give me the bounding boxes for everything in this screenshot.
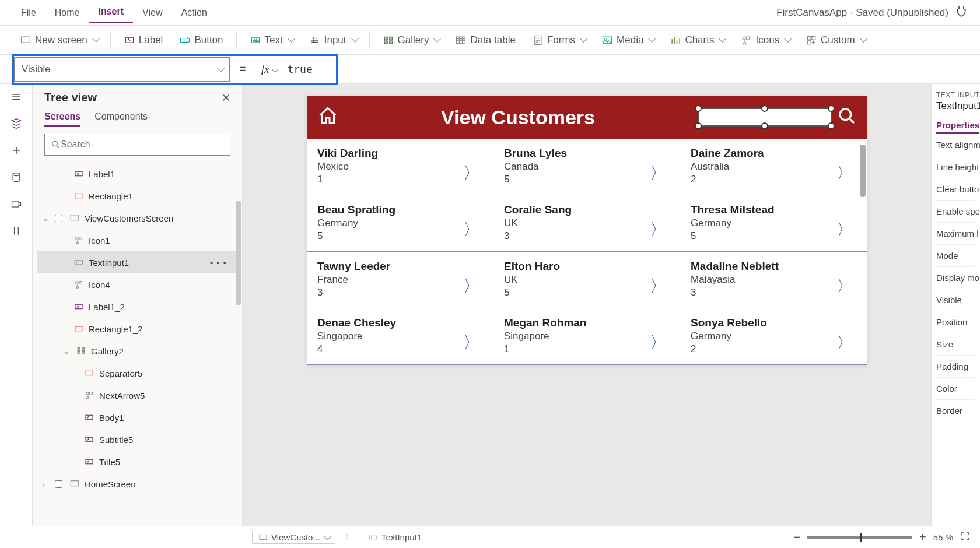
tree-node-subtitle5[interactable]: Subtitle5: [37, 428, 237, 451]
property-row[interactable]: Padding: [936, 355, 975, 377]
tree-node-body1[interactable]: Body1: [37, 406, 237, 428]
chevron-right-icon[interactable]: 〉: [836, 162, 853, 184]
gallery-item[interactable]: Bruna LylesCanada5〉: [494, 139, 680, 195]
hamburger-icon[interactable]: [9, 90, 23, 104]
tree-node-icon4[interactable]: Icon4: [37, 273, 237, 296]
tree-node-label1[interactable]: Label1: [37, 163, 237, 185]
property-row[interactable]: Position: [936, 311, 975, 333]
fx-button[interactable]: fx: [256, 63, 283, 76]
chevron-right-icon[interactable]: 〉: [650, 332, 666, 354]
property-row[interactable]: Size: [936, 333, 975, 355]
menu-view[interactable]: View: [133, 3, 172, 23]
gallery-item[interactable]: Tawny LeederFrance3〉: [307, 252, 494, 308]
property-row[interactable]: Enable spel: [936, 200, 975, 222]
chevron-right-icon[interactable]: 〉: [463, 332, 480, 354]
chevron-right-icon[interactable]: 〉: [463, 162, 480, 184]
tree-node-title5[interactable]: Title5: [37, 451, 237, 473]
property-row[interactable]: Display mo: [936, 266, 975, 289]
chevron-right-icon[interactable]: 〉: [650, 275, 666, 297]
property-row[interactable]: Maximum l: [936, 222, 975, 244]
input-dropdown[interactable]: Input: [303, 31, 362, 50]
gallery-item[interactable]: Elton HaroUK5〉: [494, 252, 680, 308]
custom-dropdown[interactable]: Custom: [800, 31, 871, 50]
property-row[interactable]: Text alignm: [936, 134, 975, 156]
gallery-item[interactable]: Beau SpratlingGermany5〉: [307, 195, 494, 252]
zoom-in-button[interactable]: +: [919, 531, 926, 544]
menu-insert[interactable]: Insert: [89, 2, 133, 23]
tree-node-nextarrow5[interactable]: NextArrow5: [37, 384, 237, 406]
property-selector[interactable]: Visible: [14, 57, 230, 82]
gallery-item[interactable]: Denae ChesleySingapore4〉: [307, 308, 494, 365]
media-rail-icon[interactable]: [9, 197, 23, 211]
menu-action[interactable]: Action: [172, 3, 216, 23]
new-screen-button[interactable]: New screen: [14, 31, 103, 50]
search-input[interactable]: [44, 134, 230, 156]
tree-view-icon[interactable]: [9, 117, 23, 131]
menu-file[interactable]: File: [12, 3, 46, 23]
customer-name: Sonya Rebello: [691, 317, 856, 329]
menu-home[interactable]: Home: [46, 3, 89, 23]
tree-node-viewcustomersscreen[interactable]: ⌄ViewCustomersScreen: [37, 207, 237, 229]
formula-input[interactable]: true: [282, 63, 312, 75]
customer-gallery[interactable]: Viki DarlingMexico1〉Bruna LylesCanada5〉D…: [307, 139, 867, 365]
button-button[interactable]: Button: [173, 31, 229, 50]
icons-dropdown[interactable]: Icons: [734, 31, 795, 50]
home-icon[interactable]: [317, 106, 338, 129]
property-row[interactable]: Visible: [936, 289, 975, 311]
property-row[interactable]: Mode: [936, 244, 975, 266]
chevron-right-icon[interactable]: 〉: [463, 219, 480, 241]
label-button[interactable]: Label: [118, 31, 169, 50]
tree-node-rectangle1_2[interactable]: Rectangle1_2: [37, 318, 237, 340]
chevron-right-icon[interactable]: 〉: [650, 219, 666, 241]
breadcrumb-screen[interactable]: ViewCusto...: [252, 531, 335, 544]
gallery-dropdown[interactable]: Gallery: [377, 31, 445, 50]
gallery-item[interactable]: Megan RohmanSingapore1〉: [494, 308, 680, 365]
property-row[interactable]: Line height: [936, 156, 975, 178]
close-icon[interactable]: ✕: [222, 92, 230, 104]
control-name[interactable]: TextInput1: [936, 100, 975, 112]
data-icon[interactable]: [9, 170, 23, 184]
canvas-app[interactable]: View Customers Viki DarlingMexico1〉Bruna…: [307, 96, 867, 365]
tab-screens[interactable]: Screens: [44, 111, 80, 127]
charts-dropdown[interactable]: Charts: [664, 31, 730, 50]
tools-icon[interactable]: [9, 224, 23, 238]
media-dropdown[interactable]: Media: [596, 31, 659, 50]
selected-textinput[interactable]: [698, 108, 832, 127]
tree-node-label1_2[interactable]: Label1_2: [37, 296, 237, 318]
tab-properties[interactable]: Properties: [936, 120, 979, 134]
gallery-item[interactable]: Daine ZamoraAustralia2〉: [680, 139, 867, 195]
chevron-right-icon[interactable]: 〉: [836, 332, 853, 354]
tab-components[interactable]: Components: [94, 111, 148, 127]
property-row[interactable]: Border: [936, 399, 975, 421]
tree-node-textinput1[interactable]: TextInput1• • •: [37, 251, 237, 273]
gallery-item[interactable]: Viki DarlingMexico1〉: [307, 139, 494, 195]
forms-dropdown[interactable]: Forms: [526, 31, 591, 50]
search-icon[interactable]: [838, 107, 856, 128]
tree-node-rectangle1[interactable]: Rectangle1: [37, 185, 237, 207]
insert-icon[interactable]: [9, 143, 23, 157]
more-icon[interactable]: • • •: [210, 258, 227, 268]
fullscreen-icon[interactable]: [960, 531, 971, 543]
chevron-right-icon[interactable]: 〉: [463, 275, 480, 297]
gallery-item[interactable]: Thresa MilsteadGermany5〉: [680, 195, 867, 252]
chevron-right-icon[interactable]: 〉: [836, 219, 853, 241]
gallery-item[interactable]: Madaline NeblettMalayasia3〉: [680, 252, 867, 308]
property-row[interactable]: Color: [936, 377, 975, 399]
text-dropdown[interactable]: Abc Text: [244, 31, 299, 50]
breadcrumb-control[interactable]: TextInput1: [363, 531, 428, 543]
property-row[interactable]: Clear butto: [936, 178, 975, 200]
gallery-item[interactable]: Coralie SangUK3〉: [494, 195, 680, 252]
tree-node-separator5[interactable]: Separator5: [37, 362, 237, 384]
data-table-button[interactable]: Data table: [449, 31, 522, 50]
chevron-right-icon[interactable]: 〉: [836, 275, 853, 297]
tree-scrollbar[interactable]: [236, 201, 241, 305]
gallery-item[interactable]: Sonya RebelloGermany2〉: [680, 308, 867, 365]
tree-node-icon1[interactable]: Icon1: [37, 229, 237, 251]
zoom-slider[interactable]: [807, 536, 912, 539]
zoom-out-button[interactable]: −: [793, 531, 800, 544]
tree-node-homescreen[interactable]: ›HomeScreen: [37, 473, 237, 495]
tree-node-gallery2[interactable]: ⌄Gallery2: [37, 340, 237, 362]
app-checker-icon[interactable]: [954, 4, 968, 22]
chevron-right-icon[interactable]: 〉: [650, 162, 666, 184]
search-field[interactable]: [61, 139, 224, 150]
